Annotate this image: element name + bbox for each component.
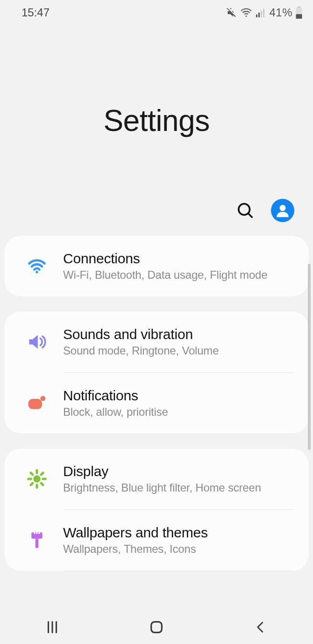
settings-group-connections: Connections Wi-Fi, Bluetooth, Data usage…	[4, 235, 309, 297]
row-title: Connections	[63, 251, 300, 267]
row-title: Notifications	[63, 388, 300, 404]
home-button[interactable]	[124, 613, 189, 641]
svg-rect-12	[28, 399, 42, 409]
svg-point-14	[33, 475, 40, 482]
status-time: 15:47	[21, 6, 50, 19]
page-title: Settings	[0, 103, 313, 138]
person-icon	[275, 203, 291, 218]
battery-icon	[295, 7, 303, 19]
toolbar	[0, 138, 313, 235]
svg-rect-3	[261, 11, 262, 17]
svg-rect-4	[263, 9, 264, 17]
brightness-icon	[27, 469, 47, 489]
svg-rect-27	[36, 539, 39, 548]
sounds-row[interactable]: Sounds and vibration Sound mode, Rington…	[4, 311, 309, 372]
connections-row[interactable]: Connections Wi-Fi, Bluetooth, Data usage…	[4, 236, 309, 297]
recents-button[interactable]	[20, 613, 85, 641]
settings-group-sounds: Sounds and vibration Sound mode, Rington…	[4, 311, 309, 434]
svg-point-11	[36, 271, 38, 274]
search-icon	[236, 202, 254, 219]
svg-rect-31	[151, 622, 162, 633]
row-title: Wallpapers and themes	[63, 525, 300, 541]
back-button[interactable]	[228, 613, 293, 641]
display-row[interactable]: Display Brightness, Blue light filter, H…	[4, 449, 309, 509]
nav-bar	[0, 610, 313, 644]
settings-group-display: Display Brightness, Blue light filter, H…	[4, 448, 309, 572]
paintbrush-icon	[28, 531, 46, 550]
row-subtitle: Block, allow, prioritise	[63, 405, 300, 419]
home-icon	[149, 619, 164, 635]
svg-line-21	[31, 483, 33, 485]
svg-line-22	[41, 473, 43, 475]
svg-point-10	[279, 205, 285, 211]
svg-point-13	[40, 396, 45, 401]
wallpapers-row[interactable]: Wallpapers and themes Wallpapers, Themes…	[4, 510, 309, 571]
sound-icon	[27, 332, 47, 352]
svg-rect-7	[296, 14, 302, 19]
search-button[interactable]	[235, 200, 256, 221]
mute-icon	[225, 7, 237, 19]
status-icons: 41%	[225, 6, 303, 19]
row-subtitle: Brightness, Blue light filter, Home scre…	[63, 481, 300, 494]
notifications-row[interactable]: Notifications Block, allow, prioritise	[4, 373, 309, 434]
wifi-icon	[240, 7, 252, 19]
svg-point-0	[246, 15, 247, 17]
svg-line-20	[41, 483, 43, 485]
svg-line-19	[31, 473, 33, 475]
svg-line-9	[248, 213, 252, 217]
recents-icon	[44, 619, 60, 635]
signal-icon	[255, 7, 266, 18]
scroll-indicator[interactable]	[308, 264, 311, 450]
row-title: Display	[63, 463, 300, 479]
header: Settings	[0, 22, 313, 138]
divider	[63, 571, 294, 571]
svg-rect-25	[36, 531, 37, 534]
battery-percent: 41%	[269, 6, 292, 19]
svg-rect-26	[38, 531, 40, 534]
svg-rect-2	[258, 13, 260, 17]
account-button[interactable]	[271, 199, 294, 222]
wifi-color-icon	[27, 256, 47, 276]
notification-icon	[27, 393, 47, 413]
svg-rect-1	[256, 14, 257, 17]
row-subtitle: Sound mode, Ringtone, Volume	[63, 344, 300, 357]
row-subtitle: Wi-Fi, Bluetooth, Data usage, Flight mod…	[63, 268, 300, 282]
svg-rect-5	[298, 7, 301, 7]
row-subtitle: Wallpapers, Themes, Icons	[63, 543, 300, 556]
svg-rect-24	[34, 531, 35, 534]
status-bar: 15:47 41%	[0, 0, 313, 22]
row-title: Sounds and vibration	[63, 326, 300, 342]
back-icon	[254, 620, 268, 634]
